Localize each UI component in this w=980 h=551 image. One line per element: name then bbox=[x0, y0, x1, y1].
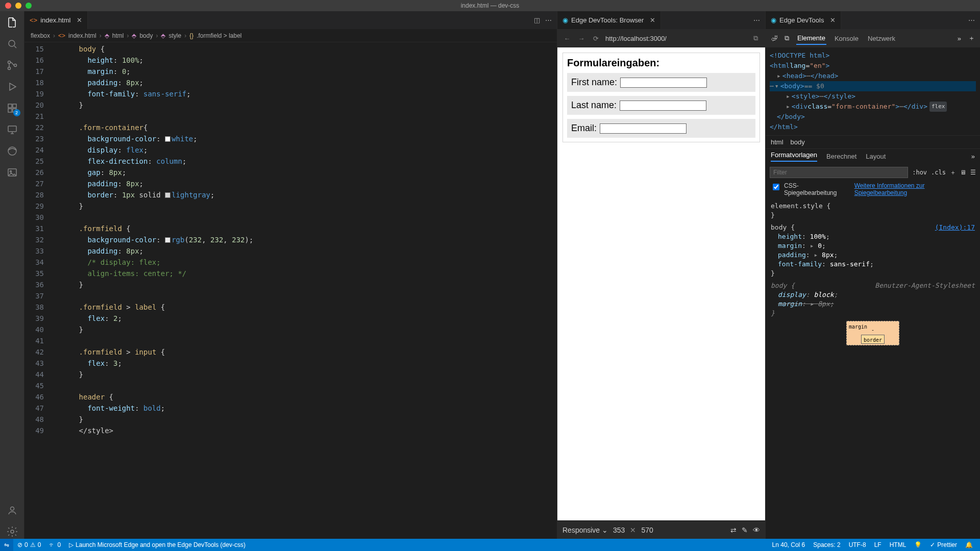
split-editor-icon[interactable]: ◫ bbox=[534, 16, 540, 24]
add-tab-icon[interactable]: ＋ bbox=[968, 34, 975, 43]
device-toolbar: Responsive ⌄ 353 ✕ 570 ⇄ ✎ 👁 bbox=[557, 520, 765, 539]
account-icon[interactable] bbox=[5, 503, 19, 517]
language-item[interactable]: HTML bbox=[886, 541, 911, 548]
email-input[interactable] bbox=[600, 123, 687, 134]
breadcrumb-item[interactable]: index.html bbox=[68, 32, 96, 39]
css-mirror-link[interactable]: Weitere Informationen zur Spiegelbearbei… bbox=[854, 182, 975, 196]
explorer-icon[interactable] bbox=[5, 15, 19, 30]
activity-bar: 2 bbox=[0, 11, 24, 539]
svg-point-1 bbox=[8, 61, 10, 64]
edit-icon[interactable]: ✎ bbox=[742, 526, 748, 534]
forward-icon[interactable]: → bbox=[577, 35, 586, 42]
encoding-item[interactable]: UTF-8 bbox=[845, 541, 870, 548]
editor-tab-label: index.html bbox=[40, 16, 70, 24]
styles-filter-input[interactable] bbox=[770, 167, 908, 178]
url-bar[interactable]: http://localhost:3000/ bbox=[605, 35, 746, 42]
image-preview-icon[interactable] bbox=[5, 165, 19, 180]
devtools-panel-tab[interactable]: Netzwerk bbox=[867, 33, 896, 44]
form-field: Email: bbox=[567, 119, 755, 138]
more-tabs-icon[interactable]: » bbox=[971, 153, 975, 160]
browser-column: ◉ Edge DevTools: Browser ✕ ⋯ ← → ⟳ http:… bbox=[557, 11, 766, 539]
dom-breadcrumb[interactable]: html body bbox=[766, 135, 980, 148]
breadcrumb-item[interactable]: style bbox=[168, 32, 181, 39]
editor-tab[interactable]: <> index.html ✕ bbox=[24, 11, 88, 29]
last-name-input[interactable] bbox=[620, 101, 706, 111]
ports-item[interactable]: ᯤ0 bbox=[45, 541, 65, 548]
svg-rect-5 bbox=[13, 104, 16, 108]
indent-item[interactable]: Spaces: 2 bbox=[809, 541, 844, 548]
devtools-toolbar: ⮰ ⧉ Elemente Konsole Netzwerk » ＋ bbox=[766, 29, 980, 47]
dom-tree[interactable]: <!DOCTYPE html> <html lang="en"> ▸<head>… bbox=[766, 47, 980, 135]
remote-explorer-icon[interactable] bbox=[5, 122, 19, 137]
device-toggle-icon[interactable]: ⧉ bbox=[785, 34, 789, 42]
hints-icon[interactable]: 💡 bbox=[910, 541, 926, 548]
form-field: Last name: bbox=[567, 96, 755, 115]
editor-actions: ◫ ⋯ bbox=[534, 11, 557, 29]
rotate-icon[interactable]: ⇄ bbox=[730, 526, 737, 534]
breadcrumb-item[interactable]: html bbox=[112, 32, 124, 39]
extensions-icon[interactable]: 2 bbox=[5, 101, 19, 115]
run-debug-icon[interactable] bbox=[5, 80, 19, 94]
eol-item[interactable]: LF bbox=[870, 541, 886, 548]
style-source-link[interactable]: (Index):17 bbox=[935, 223, 975, 232]
devtools-panel-tab[interactable]: Konsole bbox=[834, 33, 860, 44]
svg-point-0 bbox=[9, 40, 15, 46]
cls-toggle[interactable]: .cls bbox=[931, 169, 946, 176]
extensions-badge: 2 bbox=[13, 109, 20, 116]
remote-indicator[interactable]: ⇋ bbox=[0, 539, 13, 551]
search-icon[interactable] bbox=[5, 37, 19, 51]
sidebar-icon[interactable]: ☰ bbox=[970, 169, 976, 176]
antenna-icon: ᯤ bbox=[49, 541, 55, 548]
prettier-item[interactable]: ✓ Prettier bbox=[926, 541, 961, 548]
device-icon[interactable]: 🖥 bbox=[960, 169, 966, 176]
breadcrumb-item[interactable]: flexbox bbox=[31, 32, 50, 39]
devtools-panel-tab[interactable]: Elemente bbox=[796, 32, 826, 45]
close-icon[interactable]: ✕ bbox=[650, 16, 655, 24]
screencast-icon[interactable]: ⧉ bbox=[751, 34, 760, 42]
breadcrumb-item[interactable]: html bbox=[771, 138, 783, 146]
editor-body[interactable]: 1516171819202122232425262728293031323334… bbox=[24, 42, 557, 539]
launch-edge-item[interactable]: ▷Launch Microsoft Edge and open the Edge… bbox=[65, 541, 250, 548]
hov-toggle[interactable]: :hov bbox=[912, 169, 927, 176]
window-title: index.html — dev-css bbox=[0, 2, 980, 9]
inspect-icon[interactable]: ⮰ bbox=[771, 35, 777, 42]
code-area[interactable]: body { height: 100%; margin: 0; padding:… bbox=[53, 42, 557, 539]
breadcrumb-item[interactable]: .formfield > label bbox=[197, 32, 241, 39]
devtools-tabbar: ◉ Edge DevTools ✕ ⋯ bbox=[766, 11, 980, 29]
styles-subtab[interactable]: Formatvorlagen bbox=[771, 151, 817, 162]
warning-icon: ⚠ bbox=[30, 541, 36, 548]
browser-tab[interactable]: ◉ Edge DevTools: Browser ✕ bbox=[557, 11, 661, 29]
reload-icon[interactable]: ⟳ bbox=[591, 35, 600, 42]
breadcrumb-item[interactable]: body bbox=[791, 138, 805, 146]
first-name-input[interactable] bbox=[620, 78, 707, 88]
back-icon[interactable]: ← bbox=[562, 35, 572, 42]
styles-subtab[interactable]: Berechnet bbox=[826, 153, 856, 160]
styles-subtab[interactable]: Layout bbox=[866, 153, 886, 160]
css-mirror-checkbox[interactable] bbox=[773, 184, 779, 190]
breadcrumb-item[interactable]: body bbox=[139, 32, 153, 39]
css-mirror-row: CSS-Spiegelbearbeitung Weitere Informati… bbox=[766, 181, 980, 199]
viewport-height[interactable]: 570 bbox=[641, 526, 653, 534]
new-style-icon[interactable]: ＋ bbox=[950, 168, 956, 177]
breadcrumb[interactable]: flexbox› <>index.html› ⬘html› ⬘body› ⬘st… bbox=[24, 29, 557, 42]
more-actions-icon[interactable]: ⋯ bbox=[545, 16, 552, 24]
more-tabs-icon[interactable]: » bbox=[958, 35, 961, 42]
viewport-width[interactable]: 353 bbox=[613, 526, 625, 534]
form-field: First name: bbox=[567, 73, 755, 92]
more-actions-icon[interactable]: ⋯ bbox=[968, 16, 975, 24]
eye-icon[interactable]: 👁 bbox=[753, 526, 760, 534]
devtools-tab-label: Edge DevTools bbox=[779, 16, 824, 24]
styles-panel[interactable]: element.style { } body {(Index):17 heigh… bbox=[766, 199, 980, 539]
device-select[interactable]: Responsive ⌄ bbox=[562, 526, 608, 534]
edge-tools-icon[interactable] bbox=[5, 144, 19, 158]
close-icon[interactable]: ✕ bbox=[830, 16, 836, 24]
more-actions-icon[interactable]: ⋯ bbox=[753, 16, 760, 24]
source-control-icon[interactable] bbox=[5, 58, 19, 72]
cursor-position[interactable]: Ln 40, Col 6 bbox=[768, 541, 810, 548]
errors-item[interactable]: ⊘0 ⚠0 bbox=[13, 541, 45, 548]
titlebar: index.html — dev-css bbox=[0, 0, 980, 11]
devtools-tab[interactable]: ◉ Edge DevTools ✕ bbox=[766, 11, 841, 29]
settings-gear-icon[interactable] bbox=[5, 524, 19, 539]
notifications-icon[interactable]: 🔔 bbox=[961, 541, 977, 548]
close-icon[interactable]: ✕ bbox=[77, 16, 82, 24]
